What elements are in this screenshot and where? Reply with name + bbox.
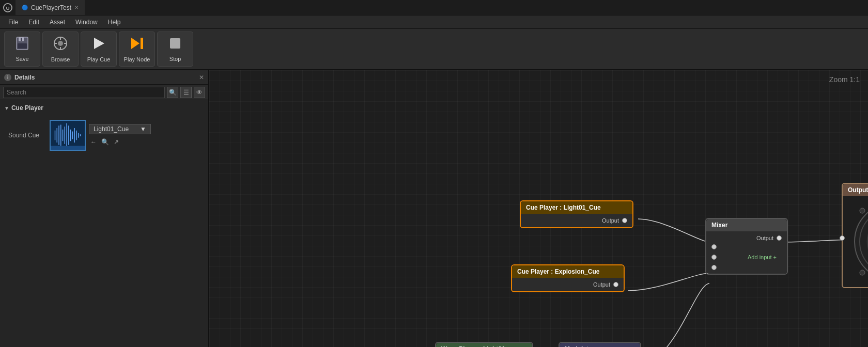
zoom-label: Zoom 1:1	[829, 75, 860, 84]
svg-rect-16	[51, 121, 85, 150]
mixer-add-pin[interactable]	[711, 255, 717, 260]
tab-bar: 🔵 CuePlayerTest ✕	[16, 0, 85, 15]
cue-dropdown-arrow: ▼	[140, 125, 146, 133]
menu-edit[interactable]: Edit	[23, 15, 44, 28]
editor-tab[interactable]: 🔵 CuePlayerTest ✕	[16, 0, 85, 15]
main-area: i Details ✕ 🔍 ☰ 👁 ▼ Cue Player Sound Cue	[0, 70, 868, 347]
tab-label: CuePlayerTest	[31, 4, 71, 11]
output-header: Output	[843, 184, 868, 196]
section-collapse-arrow: ▼	[4, 105, 9, 111]
menubar: File Edit Asset Window Help	[0, 15, 868, 29]
menu-file[interactable]: File	[3, 15, 23, 28]
browse-icon	[53, 36, 68, 54]
cue-player-1-output-row: Output	[521, 216, 632, 225]
sidebar: i Details ✕ 🔍 ☰ 👁 ▼ Cue Player Sound Cue	[0, 70, 209, 347]
mixer-header: Mixer	[706, 219, 787, 231]
search-input[interactable]	[3, 87, 165, 98]
cue-player-2-output-label: Output	[593, 281, 610, 288]
output-node[interactable]: Output	[842, 183, 868, 288]
view-options-button[interactable]: 👁	[194, 87, 205, 98]
sidebar-close-button[interactable]: ✕	[199, 74, 204, 81]
svg-marker-12	[94, 38, 104, 49]
wave-player-header: Wave Player : Light01	[436, 343, 532, 347]
info-icon: i	[4, 74, 11, 81]
cue-player-2-header: Cue Player : Explosion_Cue	[512, 265, 624, 278]
sound-cue-property-row: Sound Cue	[4, 118, 204, 153]
svg-text:U: U	[6, 5, 9, 10]
sound-cue-thumbnail[interactable]	[50, 120, 86, 151]
cue-dropdown[interactable]: Light01_Cue ▼	[89, 124, 151, 134]
cue-player-section-label: Cue Player	[11, 104, 43, 112]
toolbar: Save Browse Play Cue	[0, 29, 868, 70]
cue-player-1-body: Output	[521, 214, 632, 227]
output-input-pin[interactable]	[840, 235, 845, 241]
search-bar: 🔍 ☰ 👁	[0, 85, 208, 100]
svg-point-7	[58, 41, 63, 46]
play-cue-label: Play Cue	[87, 56, 111, 62]
cue-back-button[interactable]: ←	[89, 137, 98, 147]
cue-player-2-node[interactable]: Cue Player : Explosion_Cue Output	[511, 264, 625, 292]
close-tab-button[interactable]: ✕	[74, 5, 79, 10]
sidebar-title-label: Details	[14, 74, 35, 81]
play-cue-button[interactable]: Play Cue	[81, 31, 117, 67]
svg-marker-13	[131, 38, 140, 49]
cue-player-2-output-pin[interactable]	[613, 282, 618, 287]
filter-button[interactable]: ☰	[180, 87, 192, 98]
browse-label: Browse	[51, 56, 70, 62]
cue-player-1-node[interactable]: Cue Player : Light01_Cue Output	[520, 200, 633, 228]
search-magnifier-button[interactable]: 🔍	[167, 87, 178, 98]
mixer-output-pin[interactable]	[777, 235, 782, 241]
sound-cue-label: Sound Cue	[8, 132, 50, 139]
cue-player-1-output-label: Output	[602, 217, 619, 224]
cue-dropdown-value: Light01_Cue	[94, 125, 129, 133]
mixer-input-3-pin[interactable]	[711, 265, 717, 270]
play-cue-icon	[91, 36, 106, 54]
cue-player-2-output-row: Output	[512, 280, 624, 289]
svg-rect-33	[51, 146, 85, 150]
svg-rect-15	[170, 38, 180, 49]
sound-cue-info: Light01_Cue ▼ ← 🔍 ↗	[89, 124, 151, 147]
cue-actions: ← 🔍 ↗	[89, 137, 151, 147]
stop-button[interactable]: Stop	[157, 31, 193, 67]
cue-player-2-body: Output	[512, 278, 624, 291]
browse-button[interactable]: Browse	[42, 31, 79, 67]
svg-rect-14	[141, 38, 143, 49]
svg-point-34	[855, 203, 868, 280]
menu-asset[interactable]: Asset	[44, 15, 70, 28]
menu-help[interactable]: Help	[103, 15, 126, 28]
save-button[interactable]: Save	[4, 31, 40, 67]
svg-rect-4	[18, 43, 27, 49]
ue-logo: U	[0, 0, 16, 15]
speaker-visual	[852, 200, 868, 283]
cue-player-section-body: Sound Cue	[0, 114, 208, 157]
titlebar: U 🔵 CuePlayerTest ✕	[0, 0, 868, 15]
cue-search-button[interactable]: 🔍	[100, 137, 110, 147]
wave-player-node[interactable]: Wave Player : Light01 Output	[435, 342, 533, 347]
svg-point-42	[860, 208, 865, 213]
mixer-input-1-pin[interactable]	[711, 244, 717, 249]
modulator-header: Modulator	[560, 343, 640, 347]
sound-cue-value: Light01_Cue ▼ ← 🔍 ↗	[50, 120, 200, 151]
play-node-label: Play Node	[124, 56, 150, 62]
mixer-node[interactable]: Mixer Output Add input +	[705, 218, 788, 275]
mixer-add-input-label[interactable]: Add input +	[742, 253, 782, 262]
cue-player-section: ▼ Cue Player Sound Cue	[0, 100, 208, 159]
save-label: Save	[16, 56, 28, 62]
output-body	[843, 196, 868, 287]
mixer-output-row: Output	[706, 233, 787, 243]
tab-icon: 🔵	[22, 5, 28, 10]
cue-open-button[interactable]: ↗	[112, 137, 121, 147]
sidebar-title: i Details	[4, 74, 35, 81]
mixer-output-label: Output	[756, 235, 773, 241]
modulator-node[interactable]: Modulator Output	[559, 342, 641, 347]
menu-window[interactable]: Window	[70, 15, 103, 28]
play-node-icon	[129, 36, 145, 54]
cue-player-1-header: Cue Player : Light01_Cue	[521, 201, 632, 214]
mixer-body: Output Add input +	[706, 231, 787, 274]
play-node-button[interactable]: Play Node	[119, 31, 155, 67]
save-icon	[15, 36, 29, 54]
cue-player-section-header[interactable]: ▼ Cue Player	[0, 102, 208, 114]
canvas-area[interactable]: Zoom 1:1 Cue Player : Light01_Cue Output	[209, 70, 868, 347]
sidebar-header: i Details ✕	[0, 70, 208, 85]
cue-player-1-output-pin[interactable]	[622, 218, 627, 223]
